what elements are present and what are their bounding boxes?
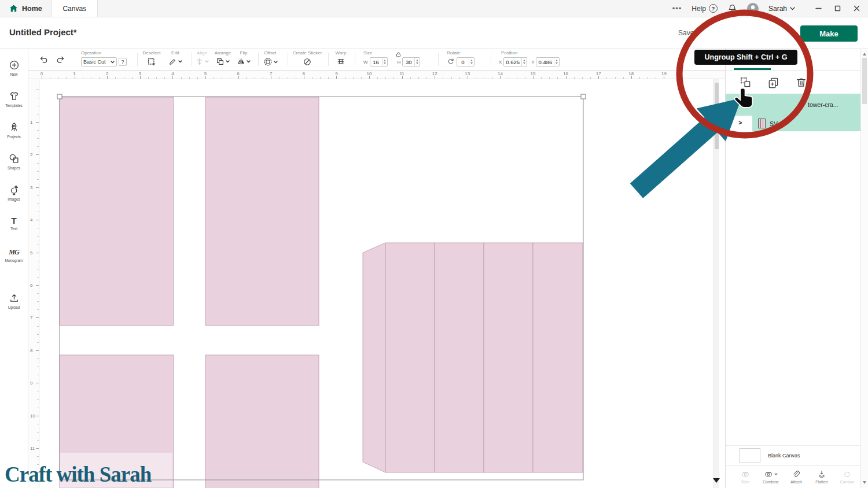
pink-rectangle-4[interactable] bbox=[205, 355, 319, 488]
width-stepper[interactable] bbox=[382, 58, 387, 66]
arrange-menu-button[interactable]: Arrange bbox=[214, 49, 232, 71]
scrollbar-thumb[interactable] bbox=[715, 83, 719, 149]
scroll-up-arrow-icon[interactable] bbox=[863, 51, 866, 56]
rotate-label: Rotate bbox=[443, 50, 486, 56]
delete-button[interactable] bbox=[795, 76, 807, 88]
canvas-area[interactable]: 012345678910111213141516171819 123456789… bbox=[28, 71, 725, 488]
attach-button[interactable]: Attach bbox=[784, 465, 809, 488]
maximize-button[interactable] bbox=[834, 5, 841, 12]
edit-label: Edit bbox=[165, 50, 186, 56]
edit-menu-button[interactable]: Edit bbox=[165, 49, 186, 71]
minimize-button[interactable] bbox=[815, 5, 822, 12]
scroll-down-arrow-icon[interactable] bbox=[713, 478, 720, 486]
home-tab[interactable]: Home bbox=[0, 0, 52, 17]
rotate-icon[interactable] bbox=[447, 58, 455, 66]
height-input[interactable]: 30 bbox=[402, 57, 420, 66]
rotate-input[interactable]: 0 bbox=[457, 57, 475, 66]
save-button[interactable]: Save bbox=[678, 29, 694, 37]
tower-strip-4[interactable] bbox=[533, 243, 583, 472]
layer-group-row[interactable]: tower-cra... bbox=[726, 94, 860, 116]
flamingo-icon bbox=[9, 184, 20, 195]
align-menu-button[interactable]: Align bbox=[193, 49, 211, 71]
combine-button[interactable]: Combine bbox=[758, 465, 784, 488]
window-controls bbox=[815, 5, 863, 12]
sidebar-item-label: Upload bbox=[8, 305, 20, 309]
scrollbar-thumb[interactable] bbox=[862, 58, 867, 104]
sidebar-item-templates[interactable]: Templates bbox=[0, 83, 28, 114]
sidebar-item-shapes[interactable]: Shapes bbox=[0, 146, 28, 177]
scroll-down-arrow-icon[interactable] bbox=[863, 481, 866, 486]
canvas-shapes-layer bbox=[28, 71, 725, 488]
rotate-value: 0 bbox=[457, 58, 469, 66]
tower-strip-3[interactable] bbox=[484, 243, 533, 472]
tower-strip-2[interactable] bbox=[435, 243, 484, 472]
sidebar-item-new[interactable]: New bbox=[0, 52, 28, 83]
blank-canvas-label: Blank Canvas bbox=[768, 453, 800, 459]
user-menu[interactable]: Sarah bbox=[768, 5, 795, 13]
flatten-button[interactable]: Flatten bbox=[809, 465, 834, 488]
warp-icon bbox=[336, 57, 345, 66]
sidebar-item-images[interactable]: Images bbox=[0, 177, 28, 208]
flip-menu-button[interactable]: Flip bbox=[234, 49, 253, 71]
canvas-tab-label: Canvas bbox=[62, 5, 86, 13]
avatar[interactable] bbox=[747, 3, 759, 14]
create-sticker-button[interactable]: Create Sticker bbox=[290, 49, 325, 71]
horizontal-ruler: 012345678910111213141516171819 bbox=[28, 71, 725, 79]
topbar: Home Canvas ••• Help ? Sarah bbox=[0, 0, 868, 17]
monogram-icon: MG bbox=[9, 248, 19, 257]
sidebar-item-projects[interactable]: Projects bbox=[0, 114, 28, 146]
position-x-stepper[interactable] bbox=[521, 58, 527, 66]
close-button[interactable] bbox=[854, 5, 860, 12]
layer-child-row: > SV... bbox=[726, 116, 868, 131]
rocket-icon bbox=[9, 122, 20, 133]
help-button[interactable]: Help ? bbox=[692, 4, 718, 13]
tower-strip-1[interactable] bbox=[385, 243, 435, 472]
blank-canvas-row[interactable]: Blank Canvas bbox=[726, 445, 861, 465]
cricut-design-space-app: { "topbar": { "home": "Home", "canvas_ta… bbox=[0, 0, 868, 488]
ungroup-button[interactable] bbox=[740, 76, 752, 88]
redo-button[interactable] bbox=[53, 49, 69, 71]
layers-bottom-toolbar: Slice Combine Attach Flatten Contour bbox=[726, 465, 861, 488]
sidebar-item-upload[interactable]: Upload bbox=[0, 285, 28, 316]
pink-rectangle-1[interactable] bbox=[60, 97, 174, 326]
position-y-input[interactable]: 0.486 bbox=[536, 57, 560, 66]
tab-canvas[interactable]: Canvas bbox=[52, 0, 98, 17]
operation-label: Operation bbox=[77, 50, 133, 56]
height-stepper[interactable] bbox=[414, 58, 420, 66]
expand-chevron-icon[interactable]: > bbox=[738, 119, 742, 126]
duplicate-button[interactable] bbox=[767, 76, 779, 88]
contour-button[interactable]: Contour bbox=[834, 465, 860, 488]
width-input[interactable]: 16 bbox=[370, 57, 388, 66]
canvas-vertical-scrollbar[interactable] bbox=[713, 79, 719, 488]
tower-slant-strip[interactable] bbox=[363, 243, 385, 472]
attach-label: Attach bbox=[790, 480, 802, 484]
warp-button[interactable]: Warp bbox=[330, 49, 351, 71]
shapes-icon bbox=[9, 153, 20, 164]
width-value: 16 bbox=[370, 58, 382, 66]
operation-help-button[interactable]: ? bbox=[119, 58, 127, 66]
ungroup-icon bbox=[740, 76, 752, 88]
operation-select[interactable]: Basic Cut bbox=[81, 57, 117, 66]
pink-rectangle-2[interactable] bbox=[205, 97, 319, 326]
notifications-bell-icon[interactable] bbox=[727, 3, 737, 13]
rotate-stepper[interactable] bbox=[469, 58, 474, 66]
width-label: W bbox=[363, 60, 368, 65]
overflow-menu-button[interactable]: ••• bbox=[672, 4, 682, 13]
panel-vertical-scrollbar[interactable] bbox=[860, 49, 868, 488]
offset-button[interactable]: Offset bbox=[260, 49, 281, 71]
attach-icon bbox=[792, 470, 801, 479]
undo-button[interactable] bbox=[35, 49, 52, 71]
deselect-button[interactable]: Deselect bbox=[139, 49, 164, 71]
deselect-label: Deselect bbox=[139, 50, 164, 56]
chevron-down-icon bbox=[247, 60, 251, 63]
layer-child-selected[interactable]: SV... bbox=[752, 116, 860, 131]
position-x-input[interactable]: 0.625 bbox=[503, 57, 527, 66]
arrange-label: Arrange bbox=[214, 50, 232, 56]
sidebar-item-monogram[interactable]: MG Monogram bbox=[0, 239, 28, 271]
flatten-icon bbox=[817, 470, 826, 479]
make-button[interactable]: Make bbox=[800, 25, 858, 42]
position-y-stepper[interactable] bbox=[554, 58, 559, 66]
sidebar-item-label: Projects bbox=[7, 135, 20, 139]
slice-button[interactable]: Slice bbox=[733, 465, 758, 488]
sidebar-item-text[interactable]: T Text bbox=[0, 208, 28, 239]
